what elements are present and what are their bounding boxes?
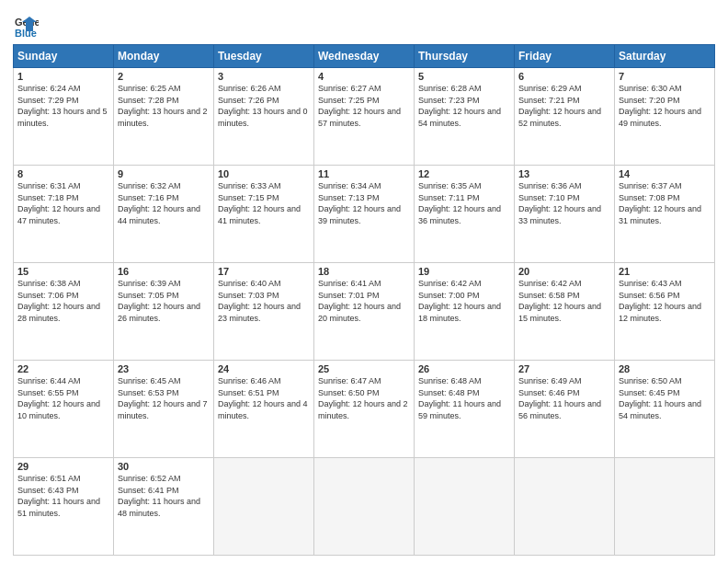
day-number: 21 bbox=[619, 266, 711, 277]
calendar-cell: 24Sunrise: 6:46 AMSunset: 6:51 PMDayligh… bbox=[214, 361, 314, 458]
calendar-cell: 8Sunrise: 6:31 AMSunset: 7:18 PMDaylight… bbox=[14, 166, 114, 263]
day-info: Sunrise: 6:43 AMSunset: 6:56 PMDaylight:… bbox=[619, 278, 711, 324]
day-info: Sunrise: 6:42 AMSunset: 6:58 PMDaylight:… bbox=[518, 278, 610, 324]
calendar-week-1: 1Sunrise: 6:24 AMSunset: 7:29 PMDaylight… bbox=[14, 68, 715, 166]
day-info: Sunrise: 6:27 AMSunset: 7:25 PMDaylight:… bbox=[318, 83, 410, 129]
calendar-cell: 12Sunrise: 6:35 AMSunset: 7:11 PMDayligh… bbox=[415, 166, 515, 263]
calendar-cell: 29Sunrise: 6:51 AMSunset: 6:43 PMDayligh… bbox=[14, 458, 114, 556]
day-number: 19 bbox=[418, 266, 510, 277]
calendar-cell: 18Sunrise: 6:41 AMSunset: 7:01 PMDayligh… bbox=[314, 263, 415, 361]
day-number: 26 bbox=[418, 363, 510, 374]
day-number: 9 bbox=[118, 168, 210, 179]
calendar-cell: 23Sunrise: 6:45 AMSunset: 6:53 PMDayligh… bbox=[114, 361, 214, 458]
svg-text:Blue: Blue bbox=[15, 28, 37, 39]
day-info: Sunrise: 6:52 AMSunset: 6:41 PMDaylight:… bbox=[118, 473, 210, 519]
day-info: Sunrise: 6:32 AMSunset: 7:16 PMDaylight:… bbox=[118, 180, 210, 226]
day-info: Sunrise: 6:30 AMSunset: 7:20 PMDaylight:… bbox=[619, 83, 711, 129]
calendar-cell: 4Sunrise: 6:27 AMSunset: 7:25 PMDaylight… bbox=[314, 68, 415, 166]
day-info: Sunrise: 6:48 AMSunset: 6:48 PMDaylight:… bbox=[418, 375, 510, 421]
calendar-week-3: 15Sunrise: 6:38 AMSunset: 7:06 PMDayligh… bbox=[14, 263, 715, 361]
day-info: Sunrise: 6:29 AMSunset: 7:21 PMDaylight:… bbox=[518, 83, 610, 129]
calendar-cell: 6Sunrise: 6:29 AMSunset: 7:21 PMDaylight… bbox=[515, 68, 615, 166]
calendar-cell: 17Sunrise: 6:40 AMSunset: 7:03 PMDayligh… bbox=[214, 263, 314, 361]
day-number: 25 bbox=[318, 363, 410, 374]
page-header: General Blue bbox=[13, 9, 715, 39]
day-number: 8 bbox=[17, 168, 109, 179]
day-number: 20 bbox=[518, 266, 610, 277]
day-header-monday: Monday bbox=[114, 45, 214, 68]
day-header-friday: Friday bbox=[515, 45, 615, 68]
calendar-cell: 11Sunrise: 6:34 AMSunset: 7:13 PMDayligh… bbox=[314, 166, 415, 263]
calendar-cell: 28Sunrise: 6:50 AMSunset: 6:45 PMDayligh… bbox=[615, 361, 715, 458]
calendar-cell: 7Sunrise: 6:30 AMSunset: 7:20 PMDaylight… bbox=[615, 68, 715, 166]
calendar-cell: 14Sunrise: 6:37 AMSunset: 7:08 PMDayligh… bbox=[615, 166, 715, 263]
day-info: Sunrise: 6:38 AMSunset: 7:06 PMDaylight:… bbox=[17, 278, 109, 324]
calendar-cell bbox=[415, 458, 515, 556]
calendar-table: SundayMondayTuesdayWednesdayThursdayFrid… bbox=[13, 44, 715, 556]
day-info: Sunrise: 6:50 AMSunset: 6:45 PMDaylight:… bbox=[619, 375, 711, 421]
day-info: Sunrise: 6:46 AMSunset: 6:51 PMDaylight:… bbox=[218, 375, 310, 421]
calendar-cell: 19Sunrise: 6:42 AMSunset: 7:00 PMDayligh… bbox=[415, 263, 515, 361]
day-info: Sunrise: 6:40 AMSunset: 7:03 PMDaylight:… bbox=[218, 278, 310, 324]
calendar-cell: 15Sunrise: 6:38 AMSunset: 7:06 PMDayligh… bbox=[14, 263, 114, 361]
calendar-cell: 25Sunrise: 6:47 AMSunset: 6:50 PMDayligh… bbox=[314, 361, 415, 458]
day-number: 16 bbox=[118, 266, 210, 277]
calendar-cell: 20Sunrise: 6:42 AMSunset: 6:58 PMDayligh… bbox=[515, 263, 615, 361]
day-number: 18 bbox=[318, 266, 410, 277]
day-number: 28 bbox=[619, 363, 711, 374]
day-number: 4 bbox=[318, 71, 410, 82]
day-info: Sunrise: 6:24 AMSunset: 7:29 PMDaylight:… bbox=[17, 83, 109, 129]
calendar-cell bbox=[214, 458, 314, 556]
day-info: Sunrise: 6:42 AMSunset: 7:00 PMDaylight:… bbox=[418, 278, 510, 324]
day-info: Sunrise: 6:25 AMSunset: 7:28 PMDaylight:… bbox=[118, 83, 210, 129]
calendar-cell: 10Sunrise: 6:33 AMSunset: 7:15 PMDayligh… bbox=[214, 166, 314, 263]
day-info: Sunrise: 6:51 AMSunset: 6:43 PMDaylight:… bbox=[17, 473, 109, 519]
day-info: Sunrise: 6:39 AMSunset: 7:05 PMDaylight:… bbox=[118, 278, 210, 324]
calendar-week-2: 8Sunrise: 6:31 AMSunset: 7:18 PMDaylight… bbox=[14, 166, 715, 263]
day-number: 15 bbox=[17, 266, 109, 277]
day-info: Sunrise: 6:44 AMSunset: 6:55 PMDaylight:… bbox=[17, 375, 109, 421]
calendar-cell: 2Sunrise: 6:25 AMSunset: 7:28 PMDaylight… bbox=[114, 68, 214, 166]
calendar-cell: 22Sunrise: 6:44 AMSunset: 6:55 PMDayligh… bbox=[14, 361, 114, 458]
calendar-body: 1Sunrise: 6:24 AMSunset: 7:29 PMDaylight… bbox=[14, 68, 715, 556]
day-number: 1 bbox=[17, 71, 109, 82]
day-header-saturday: Saturday bbox=[615, 45, 715, 68]
calendar-cell: 5Sunrise: 6:28 AMSunset: 7:23 PMDaylight… bbox=[415, 68, 515, 166]
day-number: 24 bbox=[218, 363, 310, 374]
calendar-cell bbox=[515, 458, 615, 556]
calendar-cell: 3Sunrise: 6:26 AMSunset: 7:26 PMDaylight… bbox=[214, 68, 314, 166]
day-info: Sunrise: 6:47 AMSunset: 6:50 PMDaylight:… bbox=[318, 375, 410, 421]
calendar-cell: 1Sunrise: 6:24 AMSunset: 7:29 PMDaylight… bbox=[14, 68, 114, 166]
day-info: Sunrise: 6:33 AMSunset: 7:15 PMDaylight:… bbox=[218, 180, 310, 226]
day-number: 23 bbox=[118, 363, 210, 374]
calendar-cell: 27Sunrise: 6:49 AMSunset: 6:46 PMDayligh… bbox=[515, 361, 615, 458]
day-number: 14 bbox=[619, 168, 711, 179]
day-info: Sunrise: 6:37 AMSunset: 7:08 PMDaylight:… bbox=[619, 180, 711, 226]
day-number: 11 bbox=[318, 168, 410, 179]
day-number: 6 bbox=[518, 71, 610, 82]
calendar-week-4: 22Sunrise: 6:44 AMSunset: 6:55 PMDayligh… bbox=[14, 361, 715, 458]
logo: General Blue bbox=[13, 13, 39, 39]
day-info: Sunrise: 6:26 AMSunset: 7:26 PMDaylight:… bbox=[218, 83, 310, 129]
calendar-week-5: 29Sunrise: 6:51 AMSunset: 6:43 PMDayligh… bbox=[14, 458, 715, 556]
calendar-cell: 9Sunrise: 6:32 AMSunset: 7:16 PMDaylight… bbox=[114, 166, 214, 263]
calendar-cell bbox=[615, 458, 715, 556]
day-number: 17 bbox=[218, 266, 310, 277]
day-info: Sunrise: 6:28 AMSunset: 7:23 PMDaylight:… bbox=[418, 83, 510, 129]
calendar-cell: 21Sunrise: 6:43 AMSunset: 6:56 PMDayligh… bbox=[615, 263, 715, 361]
calendar-cell: 30Sunrise: 6:52 AMSunset: 6:41 PMDayligh… bbox=[114, 458, 214, 556]
day-number: 3 bbox=[218, 71, 310, 82]
calendar-cell: 13Sunrise: 6:36 AMSunset: 7:10 PMDayligh… bbox=[515, 166, 615, 263]
logo-icon: General Blue bbox=[13, 13, 39, 39]
day-number: 5 bbox=[418, 71, 510, 82]
day-info: Sunrise: 6:49 AMSunset: 6:46 PMDaylight:… bbox=[518, 375, 610, 421]
day-info: Sunrise: 6:41 AMSunset: 7:01 PMDaylight:… bbox=[318, 278, 410, 324]
day-number: 30 bbox=[118, 461, 210, 472]
calendar-cell: 26Sunrise: 6:48 AMSunset: 6:48 PMDayligh… bbox=[415, 361, 515, 458]
day-header-wednesday: Wednesday bbox=[314, 45, 415, 68]
day-number: 12 bbox=[418, 168, 510, 179]
day-number: 13 bbox=[518, 168, 610, 179]
day-number: 22 bbox=[17, 363, 109, 374]
day-info: Sunrise: 6:31 AMSunset: 7:18 PMDaylight:… bbox=[17, 180, 109, 226]
day-header-tuesday: Tuesday bbox=[214, 45, 314, 68]
